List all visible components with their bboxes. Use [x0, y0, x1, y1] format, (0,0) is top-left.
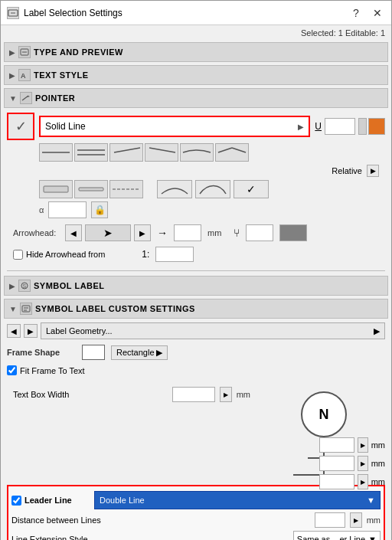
lock-button[interactable]: 🔒	[91, 201, 108, 218]
svg-rect-14	[44, 186, 68, 192]
line-ext-arrow-icon: ▼	[368, 535, 377, 540]
dim-arrow-btn-3[interactable]: ▶	[358, 474, 368, 489]
style-btn-5[interactable]	[180, 143, 214, 162]
dim-row-3: 2.00 ▶ mm	[319, 474, 385, 489]
style-btn-8[interactable]	[74, 180, 108, 198]
help-button[interactable]: ?	[348, 5, 364, 21]
width-arrow-left[interactable]	[358, 118, 367, 135]
geometry-dropdown[interactable]: Label Geometry... ▶	[41, 322, 385, 339]
close-button[interactable]: ✕	[370, 5, 385, 21]
style-btn-2[interactable]	[74, 143, 108, 162]
arrow-prev-button[interactable]: ◀	[65, 224, 82, 241]
relative-row: Relative ▶	[7, 165, 385, 177]
svg-line-13	[232, 148, 246, 152]
hide-ratio-input[interactable]: 1000	[155, 247, 194, 262]
arrow-next-button[interactable]: ▶	[134, 224, 151, 241]
alpha-label: α	[39, 205, 44, 214]
symbol-label-label: SYMBOL LABEL	[34, 281, 105, 290]
hide-arrowhead-row: Hide Arrowhead from 1: 1000	[7, 244, 385, 264]
distance-input[interactable]: 1.00	[315, 512, 345, 528]
svg-rect-15	[79, 188, 103, 191]
arrowhead-texture	[279, 224, 307, 241]
dim-arrow-btn-2[interactable]: ▶	[358, 456, 368, 471]
arrow-size-arrow-icon: →	[157, 227, 168, 239]
leader-line-checkbox[interactable]	[11, 496, 21, 506]
dim-input-3[interactable]: 2.00	[319, 474, 354, 489]
pointer-section-icon	[20, 92, 32, 104]
arrowhead-num-input[interactable]: 45	[246, 224, 273, 241]
curve-btn-2[interactable]	[195, 180, 230, 198]
hide-arrowhead-checkbox-label[interactable]: Hide Arrowhead from	[13, 250, 105, 260]
hide-ratio-prefix: 1:	[142, 249, 149, 260]
line-ext-dropdown[interactable]: Same as ...er Line ▼	[293, 531, 381, 540]
style-btn-1[interactable]	[39, 143, 73, 162]
dialog-icon	[7, 7, 19, 19]
symbol-custom-section-icon	[20, 303, 32, 315]
solid-line-dropdown[interactable]: Solid Line ▶	[39, 116, 310, 137]
title-bar: Label Selection Settings ? ✕	[1, 1, 391, 25]
fit-frame-row: Fit Frame To Text	[1, 363, 391, 378]
curve-btn-1[interactable]	[157, 180, 192, 198]
fit-frame-checkbox[interactable]	[7, 365, 17, 375]
textbox-width-input[interactable]: 50.00	[172, 387, 215, 402]
preview-left: Text Box Width 50.00 ▶ mm	[7, 384, 256, 476]
arrowhead-size-input[interactable]: 2.00	[174, 224, 201, 241]
leader-dropdown-arrow-icon: ▼	[367, 496, 375, 505]
curve-btn-3[interactable]: ✓	[234, 180, 269, 198]
dim-input-1[interactable]: 30.00	[319, 437, 354, 453]
type-preview-section-header[interactable]: ▶ TYPE AND PREVIEW	[4, 42, 388, 62]
dim-arrow-btn-1[interactable]: ▶	[358, 437, 368, 453]
distance-label: Distance between Lines	[11, 515, 310, 525]
style-btn-7[interactable]	[39, 180, 73, 198]
style-btn-6[interactable]	[215, 143, 249, 162]
preview-right: N 30.00 ▶ mm	[263, 384, 385, 476]
dim-input-2[interactable]: 3.00	[319, 456, 354, 471]
leader-line-checkbox-label[interactable]: Leader Line	[11, 496, 88, 506]
style-btn-3[interactable]	[109, 143, 143, 162]
symbol-label-section-header[interactable]: ▶ S SYMBOL LABEL	[4, 276, 388, 296]
textbox-width-row: Text Box Width 50.00 ▶ mm	[7, 384, 256, 405]
style-group-2: ✓	[39, 180, 269, 198]
geo-prev-button[interactable]: ◀	[7, 324, 21, 338]
line-style-row-2: ✓	[7, 180, 385, 198]
svg-line-10	[114, 148, 140, 152]
svg-line-12	[218, 148, 232, 152]
dialog: Label Selection Settings ? ✕ Selected: 1…	[0, 0, 392, 540]
line-ext-row: Line Extension Style Same as ...er Line …	[11, 529, 381, 540]
text-style-section-header[interactable]: ▶ A TEXT STYLE	[4, 65, 388, 85]
text-style-arrow-icon: ▶	[9, 71, 15, 80]
geometry-arrow-icon: ▶	[374, 326, 380, 336]
leader-line-dropdown[interactable]: Double Line ▼	[94, 491, 381, 509]
style-btn-9[interactable]	[109, 180, 143, 198]
distance-arrow-button[interactable]: ▶	[350, 512, 362, 528]
frame-shape-value: Rectangle	[116, 348, 155, 357]
textbox-width-arrow-button[interactable]: ▶	[220, 387, 232, 402]
checkmark-button[interactable]: ✓	[7, 113, 34, 140]
line-ext-value: Same as ...er Line	[297, 535, 365, 540]
solid-line-row: ✓ Solid Line ▶ U 3	[7, 113, 385, 140]
color-button[interactable]	[368, 118, 385, 135]
type-preview-section-icon	[18, 46, 31, 58]
dropdown-arrow-icon: ▶	[298, 123, 304, 131]
distance-mm-label: mm	[367, 515, 381, 525]
geo-next-button[interactable]: ▶	[24, 324, 38, 338]
width-input[interactable]: 3	[325, 118, 355, 135]
hide-arrowhead-checkbox[interactable]	[13, 250, 23, 260]
pointer-section-header[interactable]: ▼ POINTER	[4, 88, 388, 108]
pointer-arrow-icon: ▼	[9, 94, 17, 103]
fork-icon: ⑂	[234, 227, 240, 239]
pointer-content: ✓ Solid Line ▶ U 3	[1, 110, 391, 267]
relative-arrow-button[interactable]: ▶	[367, 165, 379, 177]
leader-line-row: Leader Line Double Line ▼	[11, 489, 381, 511]
leader-line-text: Leader Line	[24, 496, 72, 505]
dim-mm-3: mm	[371, 477, 385, 486]
fit-frame-checkbox-label[interactable]: Fit Frame To Text	[7, 365, 85, 375]
preview-area: Text Box Width 50.00 ▶ mm N	[1, 378, 391, 482]
symbol-label-section-icon: S	[18, 280, 31, 292]
geometry-label: Label Geometry...	[46, 326, 113, 335]
line-style-row-1	[7, 143, 385, 162]
frame-dropdown[interactable]: Rectangle ▶	[111, 345, 168, 360]
style-btn-4[interactable]	[145, 143, 178, 162]
symbol-custom-section-header[interactable]: ▼ SYMBOL LABEL CUSTOM SETTINGS	[4, 299, 388, 319]
angle-input[interactable]: 45.00°	[48, 201, 87, 218]
